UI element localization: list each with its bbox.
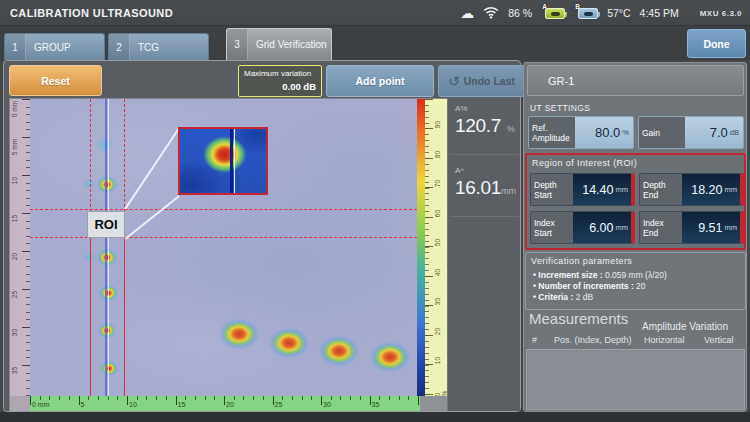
depth-end-field[interactable]: Depth End 18.20 mm	[639, 173, 744, 206]
tab-tcg-number: 2	[109, 34, 130, 60]
reset-button[interactable]: Reset	[9, 65, 102, 96]
undo-icon: ↺	[448, 74, 460, 88]
page-title: CALIBRATION ULTRASOUND	[10, 7, 173, 19]
inset-cursor-line	[230, 129, 233, 193]
gain-field[interactable]: Gain 7.0 dB	[638, 116, 744, 149]
depth-reading: A^ 16.01 mm	[448, 162, 521, 199]
maximum-variation-field[interactable]: Maximum variation 0.00 dB	[238, 65, 322, 97]
cursor-line-blue[interactable]	[105, 99, 107, 396]
ruler-label: 40	[434, 269, 441, 276]
battery-a-icon: A	[545, 8, 565, 19]
index-start-field[interactable]: Index Start 6.00 mm	[530, 211, 635, 244]
index-end-unit: mm	[725, 223, 738, 232]
depth-ruler: 0 mm5 mm101520253035	[10, 99, 30, 396]
amplitude-reading-value: 120.7	[455, 115, 501, 137]
grid-verification-panel: Reset Maximum variation 0.00 dB Add poin…	[3, 60, 521, 412]
undo-last-button[interactable]: ↺ Undo Last	[438, 65, 525, 97]
ruler-label: 30	[434, 298, 441, 305]
depth-start-field[interactable]: Depth Start 14.40 mm	[530, 173, 635, 206]
tab-group-number: 1	[5, 34, 26, 60]
scan-hotspot	[218, 318, 260, 350]
ruler-label: 20	[226, 401, 234, 408]
verification-parameters-list: • Increment size : 0.059 mm (λ/20)• Numb…	[533, 270, 667, 303]
ruler-label: 10	[11, 177, 18, 184]
scan-view: 0 mm5 mm101520253035 ROI 90807060	[9, 98, 450, 411]
ruler-label: 15	[11, 215, 18, 222]
inset-cursor-line-white	[234, 129, 236, 193]
done-button[interactable]: Done	[687, 29, 746, 58]
divider	[450, 154, 519, 155]
tab-group-label: GROUP	[26, 34, 71, 60]
ref-amplitude-field[interactable]: Ref. Amplitude 80.0 %	[528, 116, 634, 149]
tab-tcg[interactable]: 2 TCG	[108, 33, 209, 60]
measurements-title: Measurements	[529, 310, 628, 327]
scan-hotspot	[99, 360, 119, 377]
ruler-label: 90	[434, 121, 441, 128]
ruler-label: 25	[275, 401, 283, 408]
measurements-table[interactable]	[526, 349, 745, 410]
index-start-value: 6.00	[589, 221, 613, 235]
group-header[interactable]: GR-1	[527, 65, 744, 96]
scan-hotspot	[318, 335, 360, 367]
readings-panel: A% 120.7 % A^ 16.01 mm	[447, 98, 520, 411]
add-point-button[interactable]: Add point	[326, 65, 434, 97]
ruler-label: 30	[11, 329, 18, 336]
roi-tag: ROI	[87, 211, 125, 238]
status-indicators: ☁ 86 % A B 57°C 4:45 PM MXU 6.3.0	[460, 0, 742, 26]
depth-start-label: Depth Start	[531, 174, 573, 205]
depth-end-value: 18.20	[691, 183, 722, 197]
ref-amplitude-value: 80.0	[595, 125, 620, 140]
ut-settings-title: UT SETTINGS	[530, 103, 590, 113]
ruler-label: 20	[11, 253, 18, 260]
undo-last-label: Undo Last	[464, 75, 515, 87]
verification-parameter: • Criteria : 2 dB	[533, 292, 667, 303]
ruler-label: 20	[434, 328, 441, 335]
roi-index-start-line[interactable]	[90, 237, 91, 396]
ruler-label: 5	[81, 401, 85, 408]
status-bar: CALIBRATION ULTRASOUND ☁ 86 % A B 57°C	[0, 0, 750, 26]
ruler-label: 0 %	[434, 387, 448, 397]
gain-unit: dB	[730, 128, 739, 137]
index-start-label: Index Start	[531, 212, 573, 243]
verification-parameters-title: Verification parameters	[531, 256, 632, 266]
cscan-image[interactable]: ROI	[30, 99, 417, 396]
gain-value: 7.0	[710, 125, 728, 140]
depth-reading-unit: mm	[501, 186, 516, 196]
roi-callout-line	[124, 128, 179, 210]
divider	[450, 216, 519, 217]
ruler-corner	[10, 396, 30, 411]
scan-hotspot	[97, 322, 117, 339]
ruler-label: 80	[434, 151, 441, 158]
index-start-unit: mm	[616, 223, 629, 232]
tab-group[interactable]: 1 GROUP	[4, 33, 105, 60]
scan-hotspot	[268, 327, 310, 359]
column-vertical: Vertical	[704, 335, 734, 345]
ruler-label: 5 mm	[11, 139, 18, 155]
settings-panel: GR-1 UT SETTINGS Ref. Amplitude 80.0 % G…	[523, 62, 747, 412]
wifi-icon	[483, 6, 499, 21]
roi-section-title: Region of Interest (ROI)	[532, 158, 637, 168]
amplitude-colorbar	[417, 99, 425, 396]
roi-index-end-line[interactable]	[124, 237, 125, 396]
index-end-field[interactable]: Index End 9.51 mm	[639, 211, 744, 244]
cloud-icon: ☁	[460, 6, 474, 20]
ruler-corner	[420, 396, 449, 411]
ruler-label: 70	[434, 180, 441, 187]
amplitude-reading: A% 120.7 %	[448, 100, 521, 137]
ruler-label: 15	[178, 401, 186, 408]
tab-grid-verification[interactable]: 3 Grid Verification	[226, 28, 332, 60]
verification-parameter: • Number of increments : 20	[533, 281, 667, 292]
ruler-label: 35	[372, 401, 380, 408]
roi-depth-start-line[interactable]	[30, 209, 417, 210]
gain-label: Gain	[639, 117, 685, 148]
depth-reading-value: 16.01	[455, 177, 501, 199]
ruler-label: 60	[434, 210, 441, 217]
roi-zoom-inset	[178, 127, 268, 195]
maximum-variation-value: 0.00 dB	[244, 81, 316, 92]
ruler-label: 0 mm	[11, 101, 18, 117]
temperature: 57°C	[607, 7, 630, 19]
scan-hotspot	[83, 178, 96, 190]
tab-grid-verification-number: 3	[227, 29, 248, 60]
column-position: Pos. (Index, Depth)	[554, 335, 632, 345]
depth-reading-label: A^	[455, 166, 515, 175]
